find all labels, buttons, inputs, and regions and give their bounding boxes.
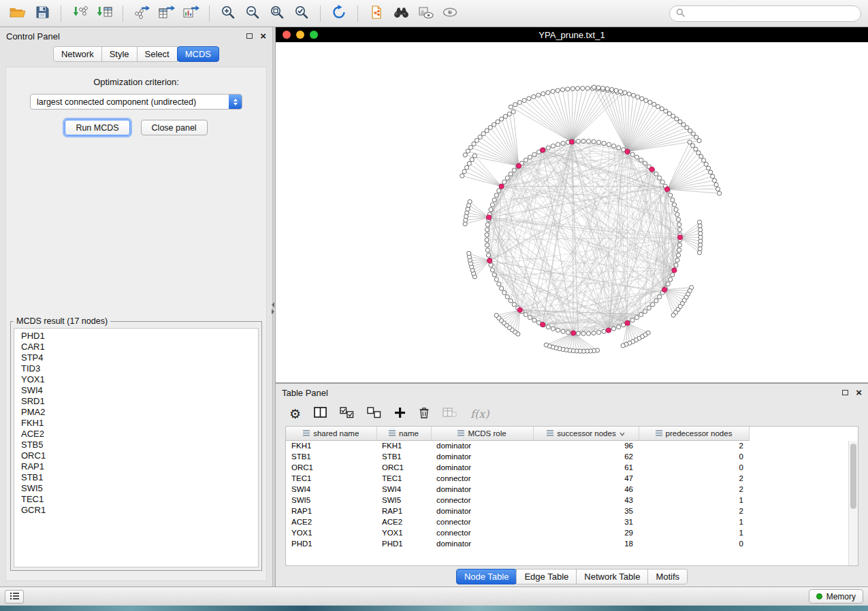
column-header-shared-name[interactable]: shared name bbox=[286, 427, 376, 440]
mcds-result-item[interactable]: FKH1 bbox=[21, 418, 258, 429]
scrollbar-thumb[interactable] bbox=[850, 444, 856, 509]
refresh-layout-button[interactable] bbox=[328, 3, 350, 24]
close-panel-button[interactable]: Close panel bbox=[141, 120, 208, 135]
export-table-button[interactable] bbox=[155, 3, 177, 24]
column-grip-icon bbox=[389, 429, 396, 437]
column-header-mcds-role[interactable]: MCDS role bbox=[431, 427, 533, 440]
mcds-result-item[interactable]: PHD1 bbox=[21, 331, 258, 342]
control-panel: Control Panel × Network Style Select MCD… bbox=[0, 27, 272, 587]
tab-mcds[interactable]: MCDS bbox=[177, 46, 219, 62]
tab-network[interactable]: Network bbox=[53, 46, 102, 62]
deselect-all-rows-button[interactable] bbox=[367, 407, 381, 421]
network-view[interactable] bbox=[276, 42, 868, 382]
table-cell: 0 bbox=[639, 462, 749, 473]
minimize-window-icon[interactable] bbox=[296, 31, 304, 39]
deselect-all-icon bbox=[367, 407, 381, 421]
table-row[interactable]: FKH1FKH1dominator962 bbox=[286, 440, 749, 451]
show-columns-button[interactable] bbox=[314, 407, 327, 420]
table-row[interactable]: STB1STB1dominator620 bbox=[286, 451, 749, 462]
mcds-result-item[interactable]: GCR1 bbox=[21, 505, 258, 516]
import-table-button[interactable] bbox=[93, 3, 115, 24]
column-header-successor-nodes[interactable]: successor nodes bbox=[533, 427, 639, 440]
tab-style[interactable]: Style bbox=[101, 46, 138, 62]
close-panel-icon[interactable]: × bbox=[260, 33, 266, 39]
memory-button[interactable]: Memory bbox=[809, 589, 863, 604]
style-preview-button[interactable] bbox=[415, 3, 436, 24]
mcds-result-item[interactable]: STB5 bbox=[21, 440, 258, 450]
maximize-window-icon[interactable] bbox=[310, 31, 318, 39]
tab-node-table[interactable]: Node Table bbox=[456, 569, 517, 584]
mcds-result-item[interactable]: ORC1 bbox=[21, 450, 258, 461]
save-session-button[interactable] bbox=[31, 3, 53, 24]
table-scrollbar[interactable] bbox=[848, 441, 858, 565]
mcds-result-item[interactable]: YOX1 bbox=[21, 374, 258, 385]
zoom-selected-button[interactable] bbox=[291, 3, 312, 24]
tab-select[interactable]: Select bbox=[137, 46, 178, 62]
mcds-result-item[interactable]: STB1 bbox=[21, 472, 258, 483]
table-row[interactable]: SWI5SWI5connector431 bbox=[286, 495, 749, 506]
plus-icon bbox=[394, 407, 406, 421]
zoom-fit-icon bbox=[269, 4, 285, 23]
toolbar-search bbox=[669, 5, 861, 22]
table-tabs: Node Table Edge Table Network Table Moti… bbox=[276, 566, 868, 587]
table-cell: FKH1 bbox=[376, 440, 431, 451]
task-history-button[interactable] bbox=[5, 590, 24, 604]
table-row[interactable]: SWI4SWI4dominator462 bbox=[286, 484, 749, 495]
table-cell: 31 bbox=[533, 516, 639, 527]
run-mcds-button[interactable]: Run MCDS bbox=[65, 120, 129, 135]
export-network-button[interactable] bbox=[131, 3, 152, 24]
network-canvas-svg bbox=[276, 42, 868, 382]
table-row[interactable]: YOX1YOX1connector291 bbox=[286, 527, 749, 538]
open-session-button[interactable] bbox=[7, 3, 29, 24]
table-row[interactable]: RAP1RAP1dominator352 bbox=[286, 506, 749, 516]
mcds-result-item[interactable]: STP4 bbox=[21, 352, 258, 363]
close-table-panel-icon[interactable]: × bbox=[856, 389, 862, 396]
add-column-button[interactable] bbox=[394, 407, 406, 421]
delete-table-button[interactable] bbox=[443, 407, 457, 420]
mcds-result-item[interactable]: CAR1 bbox=[21, 342, 258, 352]
tab-motifs[interactable]: Motifs bbox=[647, 569, 688, 584]
table-cell: RAP1 bbox=[376, 506, 431, 516]
mcds-result-item[interactable]: ACE2 bbox=[21, 429, 258, 440]
share-document-button[interactable] bbox=[366, 3, 387, 24]
zoom-in-button[interactable] bbox=[217, 3, 239, 24]
float-table-panel-icon[interactable] bbox=[842, 390, 848, 395]
table-cell: ACE2 bbox=[286, 516, 376, 527]
column-header-name[interactable]: name bbox=[376, 427, 431, 440]
criterion-value: largest connected component (undirected) bbox=[31, 97, 229, 107]
column-grip-icon bbox=[303, 429, 310, 437]
table-row[interactable]: TEC1TEC1connector472 bbox=[286, 473, 749, 484]
export-image-button[interactable] bbox=[180, 3, 202, 24]
mcds-result-item[interactable]: SRD1 bbox=[21, 396, 258, 407]
splitter-handle-icon[interactable] bbox=[272, 302, 274, 314]
float-panel-icon[interactable] bbox=[246, 33, 253, 39]
mcds-result-list[interactable]: PHD1CAR1STP4TID3YOX1SWI4SRD1PMA2FKH1ACE2… bbox=[14, 328, 259, 567]
criterion-dropdown[interactable]: largest connected component (undirected) bbox=[30, 94, 242, 110]
select-all-rows-button[interactable] bbox=[340, 407, 354, 421]
tab-edge-table[interactable]: Edge Table bbox=[516, 569, 577, 584]
mcds-result-item[interactable]: TEC1 bbox=[21, 494, 258, 505]
table-row[interactable]: ORC1ORC1dominator610 bbox=[286, 462, 749, 473]
mcds-result-item[interactable]: SWI5 bbox=[21, 483, 258, 494]
zoom-fit-button[interactable] bbox=[266, 3, 288, 24]
delete-column-button[interactable] bbox=[419, 406, 430, 421]
mcds-result-item[interactable]: SWI4 bbox=[21, 385, 258, 396]
table-settings-button[interactable]: ⚙ bbox=[289, 408, 301, 420]
import-network-button[interactable] bbox=[69, 3, 91, 24]
mcds-result-item[interactable]: RAP1 bbox=[21, 461, 258, 472]
close-window-icon[interactable] bbox=[283, 31, 291, 39]
column-header-predecessor-nodes[interactable]: predecessor nodes bbox=[639, 427, 749, 440]
table-row[interactable]: ACE2ACE2connector311 bbox=[286, 516, 749, 527]
table-row[interactable]: PHD1PHD1dominator180 bbox=[286, 538, 749, 549]
toolbar-separator bbox=[61, 5, 61, 22]
search-network-button[interactable] bbox=[390, 3, 412, 24]
mcds-result-item[interactable]: PMA2 bbox=[21, 407, 258, 418]
apply-function-button[interactable]: f(x) bbox=[470, 408, 489, 420]
tab-network-table[interactable]: Network Table bbox=[576, 569, 648, 584]
columns-icon bbox=[314, 407, 327, 420]
show-graphics-details-button[interactable] bbox=[439, 3, 461, 24]
search-input[interactable] bbox=[689, 8, 854, 19]
zoom-out-button[interactable] bbox=[242, 3, 263, 24]
mcds-result-item[interactable]: TID3 bbox=[21, 363, 258, 374]
table-cell: dominator bbox=[431, 538, 533, 549]
